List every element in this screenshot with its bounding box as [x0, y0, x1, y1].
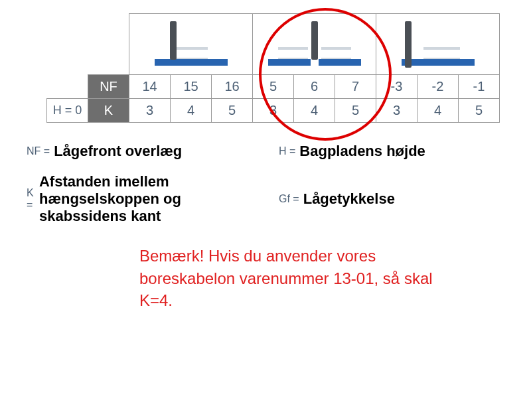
- hinge-icon-overlay: [129, 14, 253, 75]
- hinge-icon-inset: [376, 14, 500, 75]
- k-value: 3: [253, 99, 294, 123]
- nf-value: 5: [253, 75, 294, 99]
- legend-key: H =: [279, 145, 295, 157]
- nf-value: 7: [335, 75, 376, 99]
- legend-k: K = Afstanden imellem hængselskoppen og …: [27, 173, 252, 225]
- legend-nf: NF = Lågefront overlæg: [27, 143, 252, 160]
- nf-value: -3: [376, 75, 417, 99]
- svg-rect-11: [321, 47, 351, 50]
- svg-rect-6: [319, 59, 361, 66]
- svg-rect-14: [402, 59, 475, 66]
- legend-key: NF =: [27, 145, 50, 157]
- k-value: 4: [294, 99, 335, 123]
- k-value: 3: [129, 99, 171, 123]
- svg-rect-4: [170, 21, 177, 60]
- legend-grid: NF = Lågefront overlæg H = Bagpladens hø…: [20, 143, 511, 225]
- notice-text: Bemærk! Hvis du anvender vores boreskabe…: [139, 245, 458, 312]
- svg-rect-12: [321, 58, 351, 59]
- legend-h: H = Bagpladens højde: [279, 143, 504, 160]
- k-value: 4: [417, 99, 459, 123]
- hinge-parameter-table: NF 14 15 16 5 6 7 -3 -2 -1 H = 0 K 3 4 5…: [46, 13, 500, 123]
- hinge-table-container: NF 14 15 16 5 6 7 -3 -2 -1 H = 0 K 3 4 5…: [20, 13, 511, 123]
- k-label-cell: K: [88, 99, 129, 123]
- legend-gf: Gf = Lågetykkelse: [279, 173, 504, 225]
- k-value: 3: [376, 99, 417, 123]
- nf-value: -1: [459, 75, 500, 99]
- k-value: 5: [212, 99, 253, 123]
- svg-rect-2: [171, 47, 208, 50]
- nf-value: 6: [294, 75, 335, 99]
- nf-value: 14: [129, 75, 171, 99]
- nf-value: 16: [212, 75, 253, 99]
- legend-value: Afstanden imellem hængselskoppen og skab…: [39, 173, 252, 225]
- svg-rect-9: [278, 58, 308, 59]
- k-value: 5: [459, 99, 500, 123]
- legend-value: Lågefront overlæg: [54, 143, 182, 160]
- svg-rect-16: [423, 47, 460, 50]
- legend-key: Gf =: [279, 193, 299, 205]
- svg-rect-18: [405, 21, 412, 68]
- svg-rect-17: [423, 58, 460, 59]
- nf-label-cell: NF: [88, 75, 129, 99]
- nf-value: -2: [417, 75, 459, 99]
- legend-key: K =: [27, 187, 35, 211]
- h-label-cell: H = 0: [47, 99, 88, 123]
- svg-rect-0: [155, 59, 228, 66]
- svg-rect-13: [311, 21, 318, 60]
- k-value: 5: [335, 99, 376, 123]
- svg-rect-3: [171, 58, 208, 59]
- nf-value: 15: [171, 75, 212, 99]
- legend-value: Bagpladens højde: [299, 143, 425, 160]
- legend-value: Lågetykkelse: [303, 190, 395, 208]
- hinge-icon-center: [253, 14, 376, 75]
- svg-rect-8: [278, 47, 308, 50]
- k-value: 4: [171, 99, 212, 123]
- svg-rect-5: [268, 59, 311, 66]
